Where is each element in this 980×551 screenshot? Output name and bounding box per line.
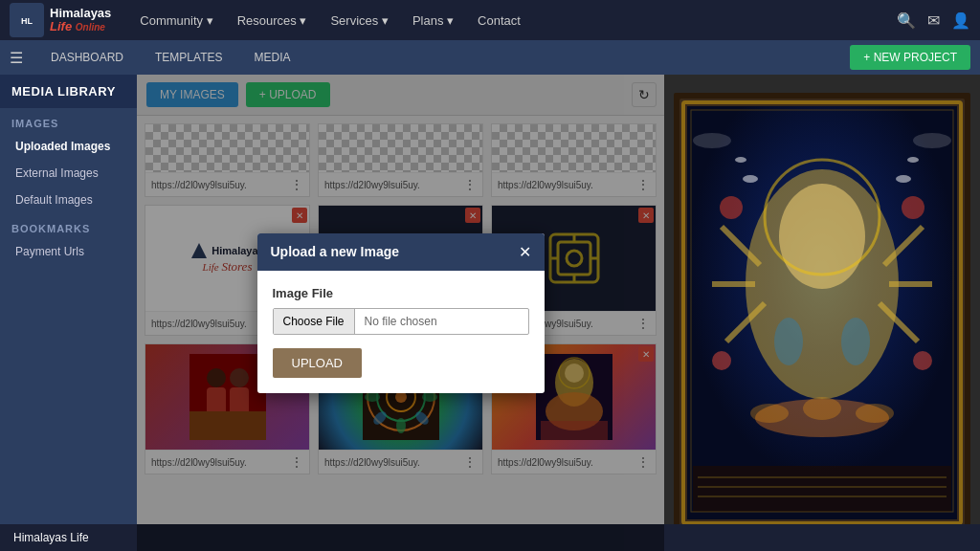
sidebar-title: MEDIA LIBRARY	[0, 75, 137, 108]
nav-community[interactable]: Community ▾	[130, 10, 222, 32]
svg-point-70	[841, 318, 870, 365]
footer-text: Himalayas Life	[13, 531, 89, 544]
nav-resources[interactable]: Resources ▾	[228, 10, 317, 32]
sidebar-item-default-images[interactable]: Default Images	[0, 187, 137, 213]
nav-icons: 🔍 ✉ 👤	[897, 11, 970, 30]
image-file-label: Image File	[273, 286, 529, 300]
second-bar: ☰ DASHBOARD TEMPLATES MEDIA + NEW PROJEC…	[0, 40, 980, 75]
modal-body: Image File Choose File No file chosen UP…	[257, 271, 545, 393]
sidebar-section-bookmarks: BOOKMARKS	[0, 213, 137, 238]
artwork-display	[664, 75, 980, 551]
svg-point-55	[743, 175, 758, 183]
svg-point-60	[913, 133, 951, 148]
svg-point-54	[913, 351, 932, 370]
choose-file-button[interactable]: Choose File	[274, 309, 355, 334]
logo-icon: HL	[10, 3, 44, 37]
sidebar-item-uploaded-images[interactable]: Uploaded Images	[0, 133, 137, 160]
logo-text: Himalayas Life Online	[50, 7, 111, 34]
tab-dashboard[interactable]: DASHBOARD	[37, 40, 137, 75]
hamburger-icon[interactable]: ☰	[10, 49, 23, 67]
second-bar-left: ☰ DASHBOARD TEMPLATES MEDIA	[10, 40, 304, 75]
search-icon[interactable]: 🔍	[897, 11, 916, 30]
modal-upload-button[interactable]: UPLOAD	[273, 348, 362, 378]
svg-point-57	[735, 157, 746, 163]
svg-point-53	[712, 351, 731, 370]
nav-contact[interactable]: Contact	[468, 10, 530, 32]
right-panel	[664, 75, 980, 551]
modal-title: Upload a new Image	[271, 244, 400, 259]
main-layout: MEDIA LIBRARY IMAGES Uploaded Images Ext…	[0, 75, 980, 551]
svg-point-58	[907, 157, 919, 163]
svg-point-66	[750, 404, 789, 423]
nav-services[interactable]: Services ▾	[321, 10, 397, 32]
svg-point-52	[902, 196, 924, 219]
thangka-artwork	[674, 93, 970, 533]
tab-templates[interactable]: TEMPLATES	[142, 40, 235, 75]
messages-icon[interactable]: ✉	[927, 11, 940, 30]
top-nav: HL Himalayas Life Online Community ▾ Res…	[0, 0, 980, 40]
svg-point-69	[774, 318, 803, 365]
file-input-row: Choose File No file chosen	[273, 308, 529, 335]
svg-point-68	[803, 397, 841, 420]
nav-plans[interactable]: Plans ▾	[403, 10, 463, 32]
sidebar-item-external-images[interactable]: External Images	[0, 160, 137, 187]
tab-media[interactable]: MEDIA	[240, 40, 303, 75]
svg-point-67	[856, 404, 894, 423]
sidebar-section-images: IMAGES	[0, 108, 137, 133]
sidebar: MEDIA LIBRARY IMAGES Uploaded Images Ext…	[0, 75, 137, 551]
svg-point-59	[693, 133, 731, 148]
content-area: ↻ MY IMAGES + UPLOAD https://d2l0wy9lsui…	[137, 75, 664, 551]
upload-modal: Upload a new Image ✕ Image File Choose F…	[257, 233, 545, 393]
new-project-button[interactable]: + NEW PROJECT	[850, 45, 970, 70]
nav-links: Community ▾ Resources ▾ Services ▾ Plans…	[130, 10, 878, 32]
modal-overlay: Upload a new Image ✕ Image File Choose F…	[137, 75, 664, 551]
svg-rect-61	[693, 466, 951, 512]
logo: HL Himalayas Life Online	[10, 3, 111, 37]
modal-header: Upload a new Image ✕	[257, 233, 545, 271]
svg-text:HL: HL	[21, 16, 33, 26]
svg-point-51	[720, 196, 743, 219]
sidebar-item-payment-urls[interactable]: Payment Urls	[0, 238, 137, 265]
modal-close-button[interactable]: ✕	[519, 243, 531, 261]
file-name-display: No file chosen	[355, 309, 528, 334]
svg-point-56	[896, 175, 911, 183]
user-icon[interactable]: 👤	[951, 11, 970, 30]
